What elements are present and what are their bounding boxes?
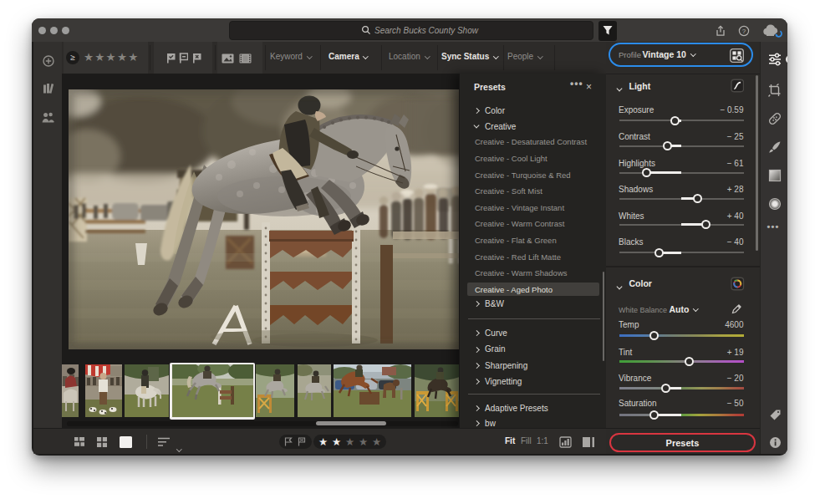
svg-text:?: ? <box>742 28 746 35</box>
